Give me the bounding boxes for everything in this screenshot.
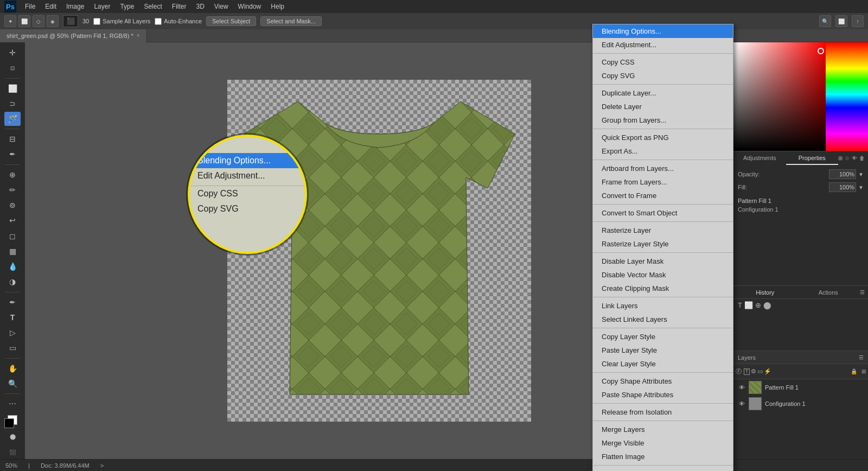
ctx-blending-options[interactable]: Blending Options... <box>593 24 733 38</box>
tab-actions[interactable]: Actions <box>797 286 860 298</box>
dodge-tool[interactable]: ◑ <box>4 275 21 289</box>
menu-window[interactable]: Window <box>234 2 266 11</box>
layer-filter-icon[interactable]: Ⓕ <box>736 367 742 375</box>
menu-layer[interactable]: Layer <box>90 2 114 11</box>
document-tab[interactable]: shirt_green.psd @ 50% (Pattern Fill 1, R… <box>0 29 147 42</box>
panel-icon-2[interactable]: ☆ <box>845 155 850 161</box>
ctx-no-color[interactable]: No Color <box>593 467 733 471</box>
menu-select[interactable]: Select <box>139 2 166 11</box>
rectangular-marquee-tool[interactable]: ⬜ <box>4 81 21 95</box>
layer-visibility-icon-2[interactable]: 👁 <box>738 400 745 407</box>
ctx-disable-vector-mask[interactable]: Disable Vector Mask <box>593 268 733 282</box>
lasso-tool[interactable]: ⊃ <box>4 97 21 111</box>
foreground-color[interactable] <box>4 418 14 428</box>
ctx-convert-to-frame[interactable]: Convert to Frame <box>593 189 733 202</box>
ctx-paste-shape-attrs[interactable]: Paste Shape Attributes <box>593 388 733 402</box>
brush-icon-btn[interactable]: ✦ <box>4 15 16 27</box>
tab-properties[interactable]: Properties <box>786 151 839 165</box>
filter-adj-icon[interactable]: ⚙ <box>751 368 756 375</box>
ctx-delete-layer[interactable]: Delete Layer <box>593 100 733 113</box>
search-icon-btn[interactable]: 🔍 <box>819 15 831 27</box>
blur-tool[interactable]: 💧 <box>4 259 21 273</box>
brush-shape-btn[interactable]: ◇ <box>33 15 44 27</box>
ctx-rasterize-layer-style[interactable]: Rasterize Layer Style <box>593 237 733 251</box>
brush-alt-btn[interactable]: ◈ <box>47 15 59 27</box>
ctx-copy-layer-style[interactable]: Copy Layer Style <box>593 330 733 343</box>
ctx-artboard-from-layers[interactable]: Artboard from Layers... <box>593 162 733 175</box>
ctx-select-linked-layers[interactable]: Select Linked Layers <box>593 313 733 326</box>
extra-tools[interactable]: ⋯ <box>4 397 21 411</box>
ctx-release-from-isolation[interactable]: Release from Isolation <box>593 405 733 419</box>
tab-close-button[interactable]: × <box>137 33 140 39</box>
move-tool[interactable]: ✛ <box>4 46 21 60</box>
layer-row-pattern-fill[interactable]: 👁 Pattern Fill 1 <box>733 379 868 396</box>
menu-type[interactable]: Type <box>116 2 138 11</box>
ctx-copy-shape-attrs[interactable]: Copy Shape Attributes <box>593 374 733 388</box>
opacity-dropdown-icon[interactable]: ▼ <box>858 171 864 177</box>
brush-tool[interactable]: ✏ <box>4 183 21 197</box>
zoom-menu-blending-options[interactable]: Blending Options... <box>190 153 305 168</box>
crop-tool[interactable]: ⊟ <box>4 132 21 146</box>
brush-mode-btn[interactable]: ⬜ <box>18 15 30 27</box>
magic-wand-tool[interactable]: 🪄 <box>4 112 21 126</box>
ctx-copy-svg[interactable]: Copy SVG <box>593 69 733 82</box>
menu-file[interactable]: File <box>21 2 40 11</box>
pen-tool[interactable]: ✒ <box>4 295 21 309</box>
menu-view[interactable]: View <box>210 2 233 11</box>
ctx-create-clipping-mask[interactable]: Create Clipping Mask <box>593 282 733 295</box>
auto-enhance-label[interactable]: Auto-Enhance <box>155 18 202 25</box>
ctx-quick-export[interactable]: Quick Export as PNG <box>593 131 733 144</box>
menu-edit[interactable]: Edit <box>41 2 61 11</box>
layer-lock-all[interactable]: ⊞ <box>861 368 866 374</box>
stamp-tool[interactable]: ⊚ <box>4 198 21 212</box>
status-arrow[interactable]: > <box>100 462 104 469</box>
sample-all-label[interactable]: Sample All Layers <box>93 18 150 25</box>
ctx-export-as[interactable]: Export As... <box>593 144 733 158</box>
panel-icon-1[interactable]: ⊞ <box>838 155 843 161</box>
ctx-copy-css[interactable]: Copy CSS <box>593 55 733 69</box>
panel-icon-3[interactable]: 👁 <box>852 155 857 161</box>
filter-smart-icon[interactable]: ⚡ <box>764 368 771 375</box>
select-mask-button[interactable]: Select and Mask... <box>260 16 322 26</box>
ctx-disable-layer-mask[interactable]: Disable Layer Mask <box>593 254 733 268</box>
opacity-input[interactable] <box>829 169 856 179</box>
panel-icon-4[interactable]: 🗑 <box>859 155 865 161</box>
menu-3d[interactable]: 3D <box>192 2 208 11</box>
zoom-menu-edit-adjustment[interactable]: Edit Adjustment... <box>190 168 305 183</box>
color-gradient[interactable] <box>733 42 826 151</box>
menu-filter[interactable]: Filter <box>168 2 191 11</box>
quick-mask-toggle[interactable]: ⬤ <box>4 430 21 444</box>
ctx-convert-smart-object[interactable]: Convert to Smart Object <box>593 206 733 220</box>
layers-menu-icon[interactable]: ☰ <box>859 354 864 360</box>
ctx-group-from-layers[interactable]: Group from Layers... <box>593 113 733 127</box>
history-brush-tool[interactable]: ↩ <box>4 213 21 227</box>
zoom-menu-copy-svg[interactable]: Copy SVG <box>190 201 305 217</box>
artboard-tool[interactable]: ⊡ <box>4 61 21 75</box>
ctx-merge-visible[interactable]: Merge Visible <box>593 436 733 450</box>
tab-history[interactable]: History <box>733 286 797 298</box>
color-swatch[interactable]: ⬛ <box>63 15 78 27</box>
ctx-edit-adjustment[interactable]: Edit Adjustment... <box>593 38 733 52</box>
layer-visibility-icon[interactable]: 👁 <box>738 384 745 391</box>
ctx-flatten-image[interactable]: Flatten Image <box>593 450 733 463</box>
menu-image[interactable]: Image <box>62 2 88 11</box>
filter-shape-icon[interactable]: ▭ <box>757 368 763 375</box>
ctx-clear-layer-style[interactable]: Clear Layer Style <box>593 357 733 371</box>
ctx-paste-layer-style[interactable]: Paste Layer Style <box>593 343 733 357</box>
ctx-rasterize-layer[interactable]: Rasterize Layer <box>593 224 733 237</box>
zoom-menu-copy-css[interactable]: Copy CSS <box>190 186 305 201</box>
filter-type-icon[interactable]: 🅃 <box>744 368 750 375</box>
history-menu-icon[interactable]: ☰ <box>860 289 865 295</box>
spot-healing-tool[interactable]: ⊕ <box>4 167 21 181</box>
sample-all-checkbox[interactable] <box>93 18 100 25</box>
screen-mode-toggle[interactable]: ⬛ <box>4 445 21 459</box>
menu-help[interactable]: Help <box>266 2 289 11</box>
screen-mode-btn[interactable]: ⬜ <box>835 15 847 27</box>
fill-input[interactable] <box>829 182 856 192</box>
gradient-tool[interactable]: ▦ <box>4 244 21 258</box>
auto-enhance-checkbox[interactable] <box>155 18 162 25</box>
select-subject-button[interactable]: Select Subject <box>206 16 256 26</box>
hand-tool[interactable]: ✋ <box>4 361 21 375</box>
fill-dropdown-icon[interactable]: ▼ <box>858 184 864 190</box>
eraser-tool[interactable]: ◻ <box>4 229 21 243</box>
